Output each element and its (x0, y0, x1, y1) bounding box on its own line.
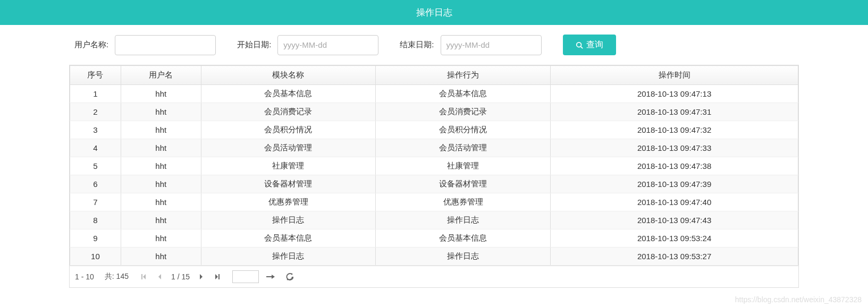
end-date-group: 结束日期: (400, 35, 541, 55)
pager-nav-group: 1 / 15 (139, 272, 222, 281)
cell-time: 2018-10-13 09:47:43 (551, 211, 798, 229)
cell-user: hht (121, 211, 201, 229)
svg-point-0 (576, 42, 581, 47)
svg-line-1 (580, 46, 583, 48)
cell-action: 会员活动管理 (376, 139, 551, 157)
cell-action: 会员基本信息 (376, 229, 551, 248)
cell-time: 2018-10-13 09:47:40 (551, 193, 798, 211)
cell-time: 2018-10-13 09:47:32 (551, 121, 798, 139)
table-row: 9hht会员基本信息会员基本信息2018-10-13 09:53:24 (70, 229, 798, 248)
cell-user: hht (121, 248, 201, 266)
log-table-wrap: 序号 用户名 模块名称 操作行为 操作时间 1hht会员基本信息会员基本信息20… (69, 65, 799, 288)
cell-time: 2018-10-13 09:53:24 (551, 229, 798, 248)
cell-seq: 4 (70, 139, 121, 157)
cell-seq: 7 (70, 193, 121, 211)
cell-action: 优惠券管理 (376, 193, 551, 211)
cell-time: 2018-10-13 09:47:38 (551, 157, 798, 175)
cell-user: hht (121, 193, 201, 211)
cell-time: 2018-10-13 09:47:31 (551, 103, 798, 121)
cell-user: hht (121, 229, 201, 248)
table-header-row: 序号 用户名 模块名称 操作行为 操作时间 (70, 66, 798, 85)
cell-action: 设备器材管理 (376, 175, 551, 193)
th-action: 操作行为 (376, 66, 551, 85)
search-bar: 用户名称: 开始日期: 结束日期: 查询 (0, 25, 868, 65)
page-header: 操作日志 (0, 0, 868, 25)
cell-module: 操作日志 (201, 248, 376, 266)
th-time: 操作时间 (551, 66, 798, 85)
pager-total: 共: 145 (105, 272, 129, 282)
pager-refresh-icon[interactable] (285, 272, 294, 281)
pager-last-icon[interactable] (213, 272, 222, 281)
cell-seq: 5 (70, 157, 121, 175)
table-row: 10hht操作日志操作日志2018-10-13 09:53:27 (70, 248, 798, 266)
pager-goto-group (232, 270, 275, 283)
username-input[interactable] (115, 35, 216, 55)
cell-user: hht (121, 103, 201, 121)
page-title: 操作日志 (416, 7, 452, 18)
pager: 1 - 10 共: 145 1 / 15 (70, 266, 798, 287)
search-button-label: 查询 (586, 39, 603, 50)
start-date-label: 开始日期: (237, 40, 271, 50)
search-icon (576, 41, 583, 49)
cell-seq: 8 (70, 211, 121, 229)
cell-seq: 9 (70, 229, 121, 248)
search-button[interactable]: 查询 (563, 35, 616, 55)
cell-seq: 6 (70, 175, 121, 193)
username-label: 用户名称: (74, 40, 108, 50)
th-module: 模块名称 (201, 66, 376, 85)
cell-module: 会员基本信息 (201, 85, 376, 103)
cell-action: 操作日志 (376, 211, 551, 229)
th-user: 用户名 (121, 66, 201, 85)
cell-module: 优惠券管理 (201, 193, 376, 211)
cell-seq: 2 (70, 103, 121, 121)
pager-goto-icon[interactable] (266, 272, 275, 281)
cell-module: 操作日志 (201, 211, 376, 229)
cell-user: hht (121, 139, 201, 157)
table-row: 8hht操作日志操作日志2018-10-13 09:47:43 (70, 211, 798, 229)
cell-module: 会员消费记录 (201, 103, 376, 121)
cell-action: 会员消费记录 (376, 103, 551, 121)
cell-seq: 3 (70, 121, 121, 139)
table-row: 2hht会员消费记录会员消费记录2018-10-13 09:47:31 (70, 103, 798, 121)
cell-module: 会员积分情况 (201, 121, 376, 139)
username-group: 用户名称: (74, 35, 216, 55)
cell-module: 会员活动管理 (201, 139, 376, 157)
cell-action: 社康管理 (376, 157, 551, 175)
cell-user: hht (121, 121, 201, 139)
end-date-label: 结束日期: (400, 40, 434, 50)
table-row: 3hht会员积分情况会员积分情况2018-10-13 09:47:32 (70, 121, 798, 139)
cell-time: 2018-10-13 09:47:39 (551, 175, 798, 193)
cell-action: 会员基本信息 (376, 85, 551, 103)
cell-module: 社康管理 (201, 157, 376, 175)
cell-module: 设备器材管理 (201, 175, 376, 193)
pager-page-info: 1 / 15 (171, 272, 190, 281)
cell-user: hht (121, 85, 201, 103)
cell-action: 会员积分情况 (376, 121, 551, 139)
start-date-group: 开始日期: (237, 35, 378, 55)
cell-time: 2018-10-13 09:47:33 (551, 139, 798, 157)
table-row: 6hht设备器材管理设备器材管理2018-10-13 09:47:39 (70, 175, 798, 193)
end-date-input[interactable] (441, 35, 542, 55)
table-row: 1hht会员基本信息会员基本信息2018-10-13 09:47:13 (70, 85, 798, 103)
pager-range: 1 - 10 (75, 272, 94, 281)
cell-user: hht (121, 157, 201, 175)
cell-time: 2018-10-13 09:47:13 (551, 85, 798, 103)
cell-module: 会员基本信息 (201, 229, 376, 248)
cell-action: 操作日志 (376, 248, 551, 266)
start-date-input[interactable] (277, 35, 378, 55)
pager-next-icon[interactable] (197, 272, 206, 281)
cell-seq: 1 (70, 85, 121, 103)
pager-first-icon[interactable] (139, 272, 148, 281)
cell-time: 2018-10-13 09:53:27 (551, 248, 798, 266)
pager-prev-icon[interactable] (155, 272, 164, 281)
th-seq: 序号 (70, 66, 121, 85)
table-row: 7hht优惠券管理优惠券管理2018-10-13 09:47:40 (70, 193, 798, 211)
table-row: 4hht会员活动管理会员活动管理2018-10-13 09:47:33 (70, 139, 798, 157)
log-table: 序号 用户名 模块名称 操作行为 操作时间 1hht会员基本信息会员基本信息20… (70, 65, 798, 266)
cell-seq: 10 (70, 248, 121, 266)
cell-user: hht (121, 175, 201, 193)
pager-goto-input[interactable] (232, 270, 259, 283)
table-row: 5hht社康管理社康管理2018-10-13 09:47:38 (70, 157, 798, 175)
